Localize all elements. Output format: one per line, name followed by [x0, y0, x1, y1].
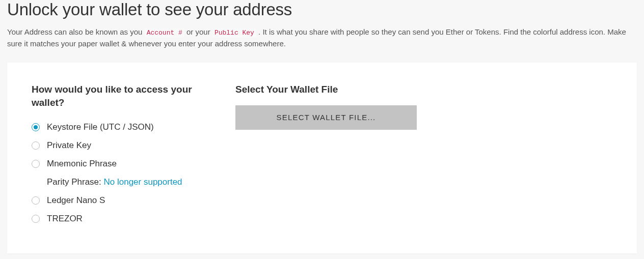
option-mnemonic[interactable]: Mnemonic Phrase [32, 155, 215, 173]
radio-icon [32, 196, 40, 205]
radio-icon [32, 215, 40, 223]
option-label: TREZOR [47, 214, 83, 224]
intro-text: Your Address can also be known as you Ac… [7, 26, 637, 49]
radio-icon [32, 160, 40, 168]
option-label: Private Key [47, 140, 91, 151]
option-private-key[interactable]: Private Key [32, 136, 215, 155]
code-account: Account # [145, 28, 184, 37]
select-wallet-file-button[interactable]: SELECT WALLET FILE... [235, 105, 417, 130]
access-method-options: Keystore File (UTC / JSON) Private Key M… [32, 118, 215, 228]
option-label: Parity Phrase: No longer supported [47, 177, 182, 187]
option-parity: Parity Phrase: No longer supported [32, 173, 215, 191]
radio-icon [32, 123, 40, 131]
option-ledger[interactable]: Ledger Nano S [32, 191, 215, 210]
code-public-key: Public Key [212, 28, 256, 37]
unlock-panel: How would you like to access your wallet… [7, 63, 637, 253]
parity-prefix: Parity Phrase: [47, 177, 104, 187]
select-file-heading: Select Your Wallet File [235, 83, 419, 96]
option-label: Mnemonic Phrase [47, 159, 117, 169]
intro-part1: Your Address can also be known as you [7, 27, 145, 36]
option-label: Ledger Nano S [47, 195, 105, 206]
radio-icon [32, 141, 40, 150]
page-title: Unlock your wallet to see your address [7, 0, 637, 19]
parity-unsupported-link[interactable]: No longer supported [104, 177, 182, 187]
intro-part2: or your [184, 27, 212, 36]
access-method-heading: How would you like to access your wallet… [32, 83, 215, 109]
option-label: Keystore File (UTC / JSON) [47, 122, 154, 132]
option-keystore[interactable]: Keystore File (UTC / JSON) [32, 118, 215, 136]
option-trezor[interactable]: TREZOR [32, 210, 215, 228]
